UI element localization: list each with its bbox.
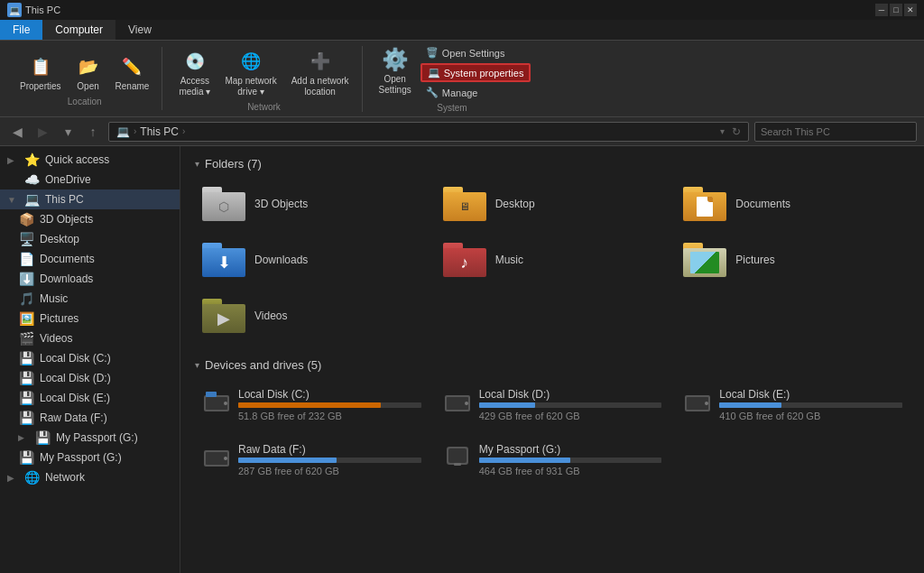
sidebar-item-passport-g1[interactable]: ▶ 💾 My Passport (G:) <box>0 428 180 448</box>
access-media-button[interactable]: 💿 Accessmedia ▾ <box>173 46 216 100</box>
drive-bar-bg-c <box>238 402 421 408</box>
address-bar[interactable]: 💻 › This PC › ▾ ↻ <box>108 122 749 142</box>
ribbon-group-location: 📋 Properties 📂 Open ✏️ Rename Location <box>7 47 162 110</box>
passport-g1-label: My Passport (G:) <box>56 431 138 444</box>
address-icon: 💻 <box>116 125 130 138</box>
sidebar-item-downloads[interactable]: ⬇️ Downloads <box>0 269 180 289</box>
manage-button[interactable]: 🔧 Manage <box>420 84 531 101</box>
svg-rect-3 <box>206 392 217 397</box>
drive-name-raw-f: Raw Data (F:) <box>238 443 421 456</box>
back-button[interactable]: ◀ <box>7 122 27 142</box>
drive-free-local-e: 410 GB free of 620 GB <box>719 411 902 421</box>
network-group-label: Network <box>247 102 281 112</box>
folder-item-downloads[interactable]: ⬇ Downloads <box>195 236 429 284</box>
sidebar-item-this-pc[interactable]: ▼ 💻 This PC <box>0 189 180 209</box>
tab-computer[interactable]: Computer <box>42 20 116 40</box>
desktop-icon: 🖥️ <box>18 232 34 246</box>
folder-item-documents[interactable]: Documents <box>676 180 910 228</box>
sidebar-item-desktop[interactable]: 🖥️ Desktop <box>0 229 180 249</box>
refresh-icon[interactable]: ↻ <box>732 125 741 138</box>
folders-header-label: Folders (7) <box>205 157 262 171</box>
address-dropdown-icon[interactable]: ▾ <box>720 126 725 136</box>
onedrive-icon: ☁️ <box>23 172 40 187</box>
address-sep2: › <box>182 126 185 136</box>
drives-header-label: Devices and drives (5) <box>205 358 321 372</box>
drive-info-passport-g: My Passport (G:) 464 GB free of 931 GB <box>479 443 662 476</box>
sidebar-item-documents[interactable]: 📄 Documents <box>0 249 180 269</box>
folder-name-documents: Documents <box>735 198 790 210</box>
app-icon: 💻 <box>7 3 22 17</box>
drive-item-local-c[interactable]: Local Disk (C:) 51.8 GB free of 232 GB <box>195 381 429 429</box>
folder-name-pictures: Pictures <box>735 254 774 266</box>
system-props-icon: 💻 <box>428 67 440 79</box>
folders-arrow[interactable]: ▾ <box>195 159 199 169</box>
open-settings-button[interactable]: ⚙️ OpenSettings <box>374 44 417 98</box>
folder-item-desktop[interactable]: 🖥 Desktop <box>436 180 670 228</box>
sidebar-item-pictures[interactable]: 🖼️ Pictures <box>0 309 180 328</box>
open-settings-icon: ⚙️ <box>383 47 408 72</box>
sidebar-item-videos[interactable]: 🎬 Videos <box>0 328 180 348</box>
up-button[interactable]: ↑ <box>83 122 103 142</box>
drives-arrow[interactable]: ▾ <box>195 360 199 370</box>
sidebar-item-raw-f[interactable]: 💾 Raw Data (F:) <box>0 408 180 428</box>
folder-item-videos[interactable]: ▶ Videos <box>195 291 429 340</box>
drive-bar-bg-f <box>238 457 421 463</box>
sidebar-item-local-d[interactable]: 💾 Local Disk (D:) <box>0 368 180 388</box>
maximize-button[interactable]: □ <box>890 4 902 16</box>
sidebar-item-quick-access[interactable]: ▶ ⭐ Quick access <box>0 150 180 170</box>
main-layout: ▶ ⭐ Quick access ☁️ OneDrive ▼ 💻 This PC… <box>0 146 924 573</box>
svg-point-2 <box>224 402 227 405</box>
folder-icon-music: ♪ <box>443 243 486 277</box>
drive-icon-local-d <box>443 388 472 420</box>
drive-icon-passport-g <box>443 443 472 475</box>
drive-bar-bg-g <box>479 457 662 463</box>
drive-bar-bg-d <box>479 402 662 408</box>
sidebar-item-3d-objects[interactable]: 📦 3D Objects <box>0 209 180 229</box>
title-controls[interactable]: ─ □ ✕ <box>875 4 917 16</box>
drive-info-local-e: Local Disk (E:) 410 GB free of 620 GB <box>719 388 902 421</box>
drive-item-raw-f[interactable]: Raw Data (F:) 287 GB free of 620 GB <box>195 436 429 484</box>
open-button[interactable]: 📂 Open <box>70 51 106 95</box>
uninstall-icon: 🗑️ <box>426 47 439 59</box>
sidebar-item-passport-g2[interactable]: 💾 My Passport (G:) <box>0 448 180 467</box>
rename-button[interactable]: ✏️ Rename <box>110 51 155 95</box>
sidebar-item-onedrive[interactable]: ☁️ OneDrive <box>0 170 180 189</box>
properties-icon: 📋 <box>28 54 53 79</box>
videos-icon: 🎬 <box>18 331 34 346</box>
uninstall-button[interactable]: 🗑️ Open Settings <box>420 44 531 61</box>
sidebar-item-network[interactable]: ▶ 🌐 Network <box>0 467 180 487</box>
raw-f-icon: 💾 <box>18 411 34 425</box>
forward-button[interactable]: ▶ <box>32 122 52 142</box>
search-input[interactable] <box>754 122 917 142</box>
folder-item-pictures[interactable]: Pictures <box>676 236 910 284</box>
content-area: ▾ Folders (7) ⬡ 3D Objects 🖥 Desktop <box>180 146 924 573</box>
tab-view[interactable]: View <box>116 20 164 40</box>
ribbon-group-network: 💿 Accessmedia ▾ 🌐 Map networkdrive ▾ ➕ A… <box>166 46 362 112</box>
drive-item-local-d[interactable]: Local Disk (D:) 429 GB free of 620 GB <box>436 381 670 429</box>
tab-file[interactable]: File <box>0 20 42 40</box>
minimize-button[interactable]: ─ <box>875 4 888 16</box>
folder-name-music: Music <box>495 254 523 266</box>
drive-item-passport-g[interactable]: My Passport (G:) 464 GB free of 931 GB <box>436 436 670 484</box>
recent-button[interactable]: ▾ <box>58 122 78 142</box>
add-network-location-button[interactable]: ➕ Add a networklocation <box>286 46 355 100</box>
svg-rect-15 <box>454 463 461 466</box>
folder-item-3d-objects[interactable]: ⬡ 3D Objects <box>195 180 429 228</box>
system-properties-button[interactable]: 💻 System properties <box>420 63 531 82</box>
documents-label: Documents <box>40 253 95 265</box>
folder-name-3d-objects: 3D Objects <box>254 198 308 210</box>
map-network-drive-button[interactable]: 🌐 Map networkdrive ▾ <box>219 46 282 100</box>
folder-item-music[interactable]: ♪ Music <box>436 236 670 284</box>
location-buttons: 📋 Properties 📂 Open ✏️ Rename <box>14 51 154 95</box>
this-pc-icon: 💻 <box>23 192 40 207</box>
close-button[interactable]: ✕ <box>904 4 917 16</box>
3d-objects-label: 3D Objects <box>40 213 93 226</box>
pictures-icon: 🖼️ <box>18 311 34 326</box>
drive-item-local-e[interactable]: Local Disk (E:) 410 GB free of 620 GB <box>676 381 910 429</box>
sidebar-item-music[interactable]: 🎵 Music <box>0 289 180 309</box>
downloads-label: Downloads <box>40 273 93 285</box>
properties-button[interactable]: 📋 Properties <box>14 51 67 95</box>
system-group-label: System <box>437 103 467 113</box>
sidebar-item-local-c[interactable]: 💾 Local Disk (C:) <box>0 348 180 368</box>
sidebar-item-local-e[interactable]: 💾 Local Disk (E:) <box>0 388 180 408</box>
